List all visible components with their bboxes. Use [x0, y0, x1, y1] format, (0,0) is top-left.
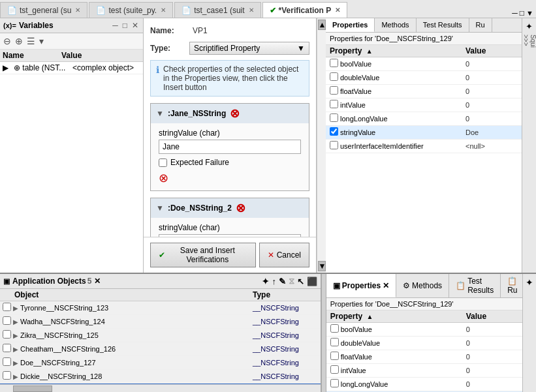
- app-row-0[interactable]: ▶ Tyronne__NSCFString_123 __NSCFString: [0, 301, 321, 315]
- obj-name: Zikra__NSCFString_125: [20, 331, 253, 339]
- app-row-5[interactable]: ▶ Dickie__NSCFString_128 __NSCFString: [0, 370, 321, 384]
- prop-row-doublevalue[interactable]: doubleValue 0: [326, 71, 522, 85]
- sort-arrow[interactable]: ▲: [366, 313, 373, 320]
- tab-test-results[interactable]: Test Results: [417, 18, 469, 32]
- name-input[interactable]: [189, 25, 309, 37]
- close-icon[interactable]: ✕: [335, 7, 340, 14]
- type-select[interactable]: Scriptified Property ▼: [189, 42, 309, 55]
- prop-checkbox[interactable]: [330, 113, 340, 124]
- row-checkbox[interactable]: [3, 316, 13, 327]
- prop-checkbox[interactable]: [330, 59, 340, 69]
- maximize-icon[interactable]: ⬛: [307, 277, 317, 286]
- obj-type: __NSCFString: [253, 372, 318, 380]
- prop-intvalue-checkbox[interactable]: [330, 365, 339, 374]
- prop-row-boolvalue[interactable]: boolValue 0: [326, 57, 522, 71]
- prop-value: 0: [465, 101, 518, 109]
- section1-delete-icon[interactable]: ⊗: [159, 171, 168, 185]
- tab-properties-bottom[interactable]: ▣ Properties ✕: [326, 274, 396, 297]
- prop-floatvalue[interactable]: floatValue 0: [326, 350, 522, 364]
- prop-value: 0: [465, 74, 518, 82]
- maximize-panel-icon[interactable]: □: [121, 20, 129, 31]
- app-row-2[interactable]: ▶ Zikra__NSCFString_125 __NSCFString: [0, 329, 321, 342]
- section2-error-btn[interactable]: ⊗: [236, 201, 245, 215]
- tab-test-results-bottom[interactable]: 📋 Test Results: [449, 274, 501, 297]
- info-message: Check properties of the selected object …: [163, 65, 304, 92]
- gear-icon[interactable]: ✦: [526, 277, 533, 288]
- close-icon[interactable]: ✕: [249, 7, 254, 14]
- app-row-3[interactable]: ▶ Cheatham__NSCFString_126 __NSCFString: [0, 342, 321, 356]
- dropdown-arrow-icon[interactable]: ▼: [297, 44, 305, 53]
- prop-boolvalue[interactable]: boolValue 0: [326, 323, 522, 337]
- scroll-down-arrow[interactable]: ▼: [318, 261, 326, 271]
- section1-expected-failure-checkbox[interactable]: [159, 158, 167, 167]
- prop-checkbox[interactable]: [330, 141, 340, 151]
- prop-floatvalue-checkbox[interactable]: [330, 352, 339, 360]
- prop-doublevalue[interactable]: doubleValue 0: [326, 337, 522, 350]
- prop-checkbox[interactable]: [330, 127, 340, 138]
- row-checkbox[interactable]: [3, 303, 13, 313]
- vertical-splitter[interactable]: [321, 274, 326, 392]
- settings-icon[interactable]: ▼: [526, 9, 533, 17]
- star-icon[interactable]: ✦: [262, 277, 269, 286]
- dropdown-icon[interactable]: ▾: [38, 35, 45, 47]
- minimize-panel-icon[interactable]: ─: [111, 20, 119, 31]
- prop-row-uiidentifier[interactable]: userInterfaceItemIdentifier <null>: [326, 140, 522, 153]
- collapse-icon[interactable]: ⊖: [2, 35, 12, 47]
- app-row-4[interactable]: ▶ Doe__NSCFString_127 __NSCFString: [0, 356, 321, 370]
- tab-tst-general[interactable]: 📄 tst_general (su ✕: [0, 2, 87, 18]
- expand-row-icon[interactable]: ▶: [3, 63, 12, 72]
- table-row[interactable]: ▶ ⊕ table (NST... <complex object>: [0, 62, 143, 74]
- section1-error-btn[interactable]: ⊗: [230, 106, 240, 121]
- up-arrow-icon[interactable]: ↑: [272, 277, 276, 286]
- cancel-button[interactable]: ✕ Cancel: [259, 243, 309, 267]
- prop-row-floatvalue[interactable]: floatValue 0: [326, 85, 522, 98]
- prop-longlongvalue-checkbox[interactable]: [330, 379, 339, 387]
- properties-tab-close[interactable]: ✕: [383, 281, 389, 290]
- row-checkbox[interactable]: [3, 330, 13, 340]
- layout-icon[interactable]: ☰: [25, 35, 37, 47]
- tab-verification[interactable]: ✔ *Verification P ✕: [262, 2, 348, 18]
- horizontal-scrollbar[interactable]: [0, 384, 321, 392]
- close-icon[interactable]: ✕: [161, 7, 166, 14]
- vertical-scrollbar[interactable]: ▲ ▼: [317, 18, 326, 273]
- tab-test-suite[interactable]: 📄 test (suite_py. ✕: [89, 2, 173, 18]
- prop-longlongvalue[interactable]: longLongValue 0: [326, 378, 522, 391]
- tab-properties[interactable]: Properties: [326, 18, 375, 32]
- prop-row-longlongvalue[interactable]: longLongValue 0: [326, 112, 522, 126]
- close-panel-icon[interactable]: ✕: [131, 20, 140, 31]
- row-checkbox[interactable]: [3, 357, 13, 368]
- expand-all-icon[interactable]: ⊕: [14, 35, 24, 47]
- section1-expand-icon[interactable]: ▼: [156, 109, 164, 118]
- tab-ru[interactable]: Ru: [469, 18, 492, 32]
- scroll-thumb[interactable]: [13, 385, 52, 392]
- tab-methods[interactable]: Methods: [375, 18, 416, 32]
- scroll-up-arrow[interactable]: ▲: [318, 20, 326, 30]
- prop-row-stringvalue[interactable]: stringValue Doe: [326, 126, 522, 140]
- app-row-1[interactable]: ▶ Wadha__NSCFString_124 __NSCFString: [0, 315, 321, 329]
- app-objects-header: ▣ Application Objects 5 ✕ ✦ ↑ ✎ ⧖ ↖ ⬛: [0, 274, 321, 289]
- prop-intvalue[interactable]: intValue 0: [326, 364, 522, 378]
- minimize-window-icon[interactable]: ─: [512, 8, 518, 18]
- tab-ru-bottom[interactable]: 📋 Ru: [501, 274, 524, 297]
- cursor-icon[interactable]: ↖: [297, 277, 304, 286]
- edit-icon[interactable]: ✎: [279, 277, 286, 286]
- prop-row-intvalue[interactable]: intValue 0: [326, 98, 522, 112]
- section1-input[interactable]: [159, 140, 301, 154]
- row-checkbox[interactable]: [3, 371, 13, 382]
- maximize-window-icon[interactable]: □: [520, 8, 524, 18]
- prop-checkbox[interactable]: [330, 86, 340, 97]
- filter-icon[interactable]: ⧖: [289, 276, 294, 286]
- close-icon[interactable]: ✕: [75, 7, 80, 14]
- tab-tst-case1[interactable]: 📄 tst_case1 (suit ✕: [174, 2, 260, 18]
- variables-panel-header: (x)= Variables ─ □ ✕: [0, 18, 143, 33]
- tab-methods-bottom[interactable]: ⚙ Methods: [396, 274, 449, 297]
- save-insert-button[interactable]: ✔ Save and Insert Verifications: [150, 243, 256, 267]
- section2-expand-icon[interactable]: ▼: [156, 204, 164, 213]
- prop-doublevalue-checkbox[interactable]: [330, 338, 339, 346]
- app-objects-close-icon[interactable]: ✕: [94, 277, 101, 286]
- prop-checkbox[interactable]: [330, 72, 340, 83]
- prop-boolvalue-checkbox[interactable]: [330, 324, 339, 333]
- row-checkbox[interactable]: [3, 344, 13, 354]
- sort-arrow-icon[interactable]: ▲: [366, 48, 373, 55]
- prop-checkbox[interactable]: [330, 100, 340, 110]
